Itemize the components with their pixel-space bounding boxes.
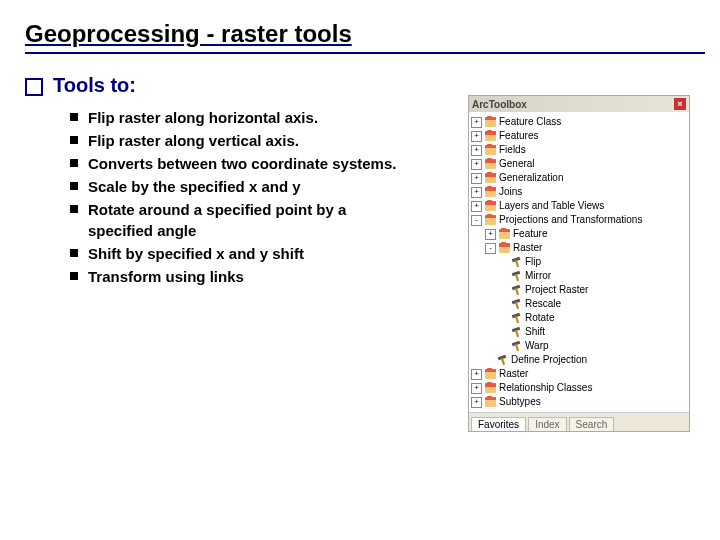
toolbox-icon	[499, 243, 510, 253]
bullet-text: Transform using links	[88, 266, 244, 287]
bullet-text: Converts between two coordinate systems.	[88, 153, 396, 174]
tree-item[interactable]: +Features	[471, 129, 687, 143]
tree-view: +Feature Class+Features+Fields+General+G…	[469, 112, 689, 412]
tree-item-label: Raster	[513, 241, 542, 255]
tree-item[interactable]: +Subtypes	[471, 395, 687, 409]
tree-item[interactable]: +Fields	[471, 143, 687, 157]
tree-item[interactable]: +Feature Class	[471, 115, 687, 129]
bullet-text: Rotate around a specified point by a spe…	[88, 199, 398, 241]
toolbox-icon	[485, 369, 496, 379]
tree-item[interactable]: Mirror	[471, 269, 687, 283]
tree-item[interactable]: Rescale	[471, 297, 687, 311]
tree-item-label: Generalization	[499, 171, 563, 185]
tree-item-label: Raster	[499, 367, 528, 381]
tool-icon	[512, 341, 522, 351]
bullet-icon	[70, 205, 78, 213]
tab-favorites[interactable]: Favorites	[471, 417, 526, 431]
bullet-icon	[70, 159, 78, 167]
toolbox-icon	[499, 229, 510, 239]
bullet-icon	[70, 113, 78, 121]
tree-item[interactable]: Flip	[471, 255, 687, 269]
bullet-text: Flip raster along vertical axis.	[88, 130, 299, 151]
toolbox-icon	[485, 131, 496, 141]
bullet-icon	[70, 136, 78, 144]
tree-item-label: Define Projection	[511, 353, 587, 367]
collapse-icon[interactable]: -	[471, 215, 482, 226]
tool-icon	[512, 299, 522, 309]
tree-item-label: Rotate	[525, 311, 554, 325]
bullet-icon	[70, 182, 78, 190]
tree-item-label: Mirror	[525, 269, 551, 283]
tree-item-label: Warp	[525, 339, 549, 353]
tree-item[interactable]: +General	[471, 157, 687, 171]
tree-item[interactable]: -Projections and Transformations	[471, 213, 687, 227]
tree-item-label: General	[499, 157, 535, 171]
tree-item-label: Joins	[499, 185, 522, 199]
toolbox-icon	[485, 145, 496, 155]
tree-item-label: Rescale	[525, 297, 561, 311]
expand-icon[interactable]: +	[471, 145, 482, 156]
tree-item[interactable]: +Layers and Table Views	[471, 199, 687, 213]
tab-search[interactable]: Search	[569, 417, 615, 431]
toolbox-icon	[485, 173, 496, 183]
expand-icon[interactable]: +	[471, 159, 482, 170]
toolbox-icon	[485, 159, 496, 169]
bullet-icon	[70, 249, 78, 257]
tree-item[interactable]: Rotate	[471, 311, 687, 325]
toolbox-icon	[485, 215, 496, 225]
tree-item[interactable]: +Feature	[471, 227, 687, 241]
toolbox-icon	[485, 201, 496, 211]
tree-item-label: Layers and Table Views	[499, 199, 604, 213]
title-rule	[25, 52, 705, 54]
tree-item-label: Projections and Transformations	[499, 213, 642, 227]
expand-icon[interactable]: +	[471, 173, 482, 184]
bullet-icon	[70, 272, 78, 280]
tree-item[interactable]: Define Projection	[471, 353, 687, 367]
bullet-text: Scale by the specified x and y	[88, 176, 301, 197]
slide-title: Geoprocessing - raster tools	[25, 20, 695, 48]
collapse-icon[interactable]: -	[485, 243, 496, 254]
tree-item-label: Features	[499, 129, 538, 143]
tree-item-label: Fields	[499, 143, 526, 157]
expand-icon[interactable]: +	[471, 369, 482, 380]
toolbox-icon	[485, 383, 496, 393]
section-header: Tools to:	[25, 74, 695, 97]
tree-item-label: Feature	[513, 227, 547, 241]
tool-icon	[512, 257, 522, 267]
tree-item[interactable]: +Joins	[471, 185, 687, 199]
close-icon[interactable]: ×	[674, 98, 686, 110]
tab-index[interactable]: Index	[528, 417, 566, 431]
tree-item-label: Project Raster	[525, 283, 588, 297]
tree-item-label: Subtypes	[499, 395, 541, 409]
tool-icon	[512, 285, 522, 295]
expand-icon[interactable]: +	[471, 383, 482, 394]
tree-item[interactable]: +Generalization	[471, 171, 687, 185]
tree-item[interactable]: +Relationship Classes	[471, 381, 687, 395]
expand-icon[interactable]: +	[471, 201, 482, 212]
bullet-text: Flip raster along horizontal axis.	[88, 107, 318, 128]
tree-item-label: Feature Class	[499, 115, 561, 129]
section-label: Tools to:	[53, 74, 136, 97]
panel-title: ArcToolbox	[472, 99, 527, 110]
panel-titlebar: ArcToolbox ×	[469, 96, 689, 112]
tree-item[interactable]: -Raster	[471, 241, 687, 255]
tree-item[interactable]: +Raster	[471, 367, 687, 381]
square-bullet-icon	[25, 78, 43, 96]
tool-icon	[512, 327, 522, 337]
expand-icon[interactable]: +	[471, 187, 482, 198]
expand-icon[interactable]: +	[485, 229, 496, 240]
toolbox-icon	[485, 397, 496, 407]
tree-item[interactable]: Shift	[471, 325, 687, 339]
tree-item[interactable]: Warp	[471, 339, 687, 353]
expand-icon[interactable]: +	[471, 131, 482, 142]
tool-icon	[512, 271, 522, 281]
tree-item-label: Relationship Classes	[499, 381, 592, 395]
tool-icon	[512, 313, 522, 323]
expand-icon[interactable]: +	[471, 117, 482, 128]
toolbox-icon	[485, 117, 496, 127]
tree-item-label: Flip	[525, 255, 541, 269]
tool-icon	[498, 355, 508, 365]
tree-item[interactable]: Project Raster	[471, 283, 687, 297]
bullet-text: Shift by specified x and y shift	[88, 243, 304, 264]
expand-icon[interactable]: +	[471, 397, 482, 408]
